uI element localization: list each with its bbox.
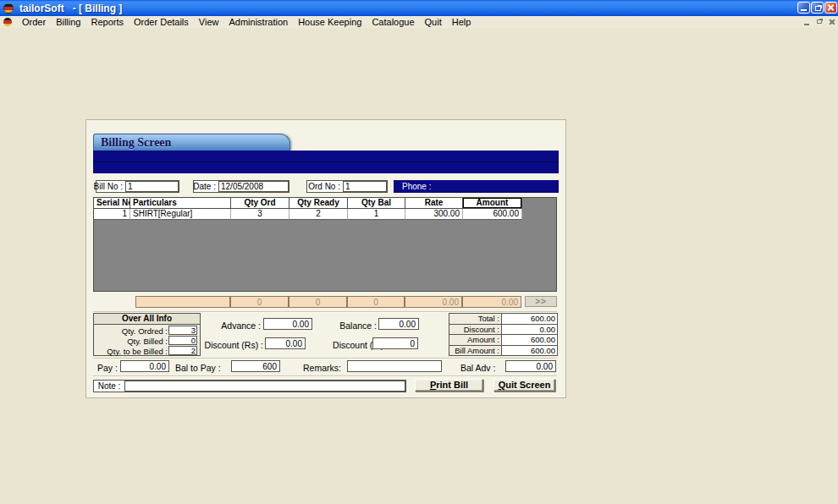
items-grid: Serial No Particulars Qty Ord Qty Ready …: [93, 197, 557, 292]
mdi-window-controls: [802, 16, 838, 28]
menu-view[interactable]: View: [194, 16, 224, 28]
discount-rs-field[interactable]: 0.00: [265, 337, 306, 349]
bill-amount-label: Bill Amount :: [449, 346, 502, 356]
print-bill-button[interactable]: Print Bill: [415, 379, 483, 392]
entry-rate-input[interactable]: 0.00: [405, 296, 462, 308]
grid-row[interactable]: 1 SHIRT[Regular] 3 2 1 300.00 600.00: [94, 209, 556, 220]
ord-no-group: Ord No : 1: [306, 180, 388, 193]
mdi-minimize-icon: [804, 24, 809, 25]
summary-row-amount: Amount : 600.00: [449, 335, 557, 346]
menubar: Order Billing Reports Order Details View…: [0, 16, 838, 28]
restore-icon: [815, 6, 821, 11]
grid-header-rate: Rate: [405, 198, 463, 209]
grid-cell-serial-no: 1: [94, 209, 130, 220]
grid-header-qty-bal: Qty Bal: [348, 198, 405, 209]
menu-billing[interactable]: Billing: [51, 16, 85, 28]
discount-value: 0.00: [502, 325, 557, 335]
overall-info-title: Over All Info: [94, 314, 200, 325]
mdi-restore-button[interactable]: [814, 17, 824, 27]
discount-pct-field[interactable]: 0: [372, 337, 418, 349]
mdi-minimize-button[interactable]: [802, 17, 813, 27]
close-button[interactable]: [824, 2, 837, 14]
application-window: tailorSoft - [ Billing ] Order Billing R…: [0, 0, 838, 504]
bill-no-field[interactable]: 1: [125, 181, 179, 192]
divider: [93, 358, 557, 359]
header-navy-band: [93, 151, 559, 173]
grid-cell-rate: 300.00: [405, 209, 463, 220]
grid-header-qty-ord: Qty Ord: [231, 198, 289, 209]
menu-catalogue[interactable]: Catalogue: [367, 16, 419, 28]
balance-label: Balance :: [326, 320, 377, 331]
total-value: 600.00: [502, 314, 557, 324]
entry-particulars-input[interactable]: [135, 296, 230, 308]
total-label: Total :: [449, 314, 502, 324]
minimize-icon: [801, 9, 807, 11]
remarks-label: Remarks:: [303, 363, 341, 373]
bill-summary-panel: Total : 600.00 Discount : 0.00 Amount : …: [449, 313, 558, 356]
add-row-button[interactable]: >>: [525, 296, 557, 307]
qty-billed-value: 0: [168, 336, 197, 345]
grid-cell-qty-bal: 1: [348, 209, 405, 220]
grid-header-particulars: Particulars: [130, 198, 231, 209]
bal-to-pay-label: Bal to Pay :: [175, 363, 221, 373]
entry-qty-bal-input[interactable]: 0: [347, 296, 405, 308]
divider: [93, 375, 557, 377]
window-title-app: tailorSoft: [19, 3, 64, 14]
qty-to-be-billed-value: 2: [168, 346, 197, 355]
bal-adv-label: Bal Adv :: [460, 363, 495, 373]
summary-row-bill-amount: Bill Amount : 600.00: [449, 346, 557, 356]
mdi-restore-icon: [817, 19, 822, 24]
date-group: Date : 12/05/2008: [193, 180, 289, 193]
summary-row-total: Total : 600.00: [449, 314, 557, 325]
menu-administration[interactable]: Administration: [223, 16, 293, 28]
qty-ordered-label: Qty. Ordred :: [95, 326, 168, 336]
screen-title-tab: Billing Screen: [93, 134, 290, 151]
minimize-button[interactable]: [797, 2, 810, 14]
amount-value: 600.00: [502, 335, 557, 345]
note-label: Note :: [94, 381, 124, 392]
menu-order-details[interactable]: Order Details: [129, 16, 194, 28]
mdi-child-icon[interactable]: [3, 18, 12, 26]
menu-quit[interactable]: Quit: [420, 16, 447, 28]
restore-button[interactable]: [811, 2, 824, 14]
note-field[interactable]: [124, 381, 405, 392]
advance-field[interactable]: 0.00: [263, 318, 312, 330]
bill-no-group: Bill No : 1: [96, 180, 179, 193]
amount-label: Amount :: [449, 335, 502, 345]
grid-cell-qty-ready: 2: [289, 209, 348, 220]
advance-label: Advance :: [205, 320, 261, 331]
menu-reports[interactable]: Reports: [85, 16, 129, 28]
app-icon: [3, 3, 14, 14]
menu-house-keeping[interactable]: House Keeping: [293, 16, 367, 28]
pay-field[interactable]: 0.00: [120, 360, 169, 372]
entry-qty-ord-input[interactable]: 0: [230, 296, 289, 308]
grid-cell-amount: 600.00: [463, 209, 522, 220]
entry-amount-input[interactable]: 0.00: [462, 296, 521, 308]
bal-to-pay-field: 600: [231, 360, 280, 372]
qty-billed-label: Qty. Billed :: [95, 337, 168, 346]
overall-info-panel: Over All Info Qty. Ordred : 3 Qty. Bille…: [93, 313, 201, 356]
billing-form-panel: Billing Screen Bill No : 1 Date : 12/05/…: [85, 119, 566, 398]
menu-order[interactable]: Order: [17, 16, 51, 28]
window-title-document: - [ Billing ]: [73, 3, 123, 14]
date-field[interactable]: 12/05/2008: [218, 181, 289, 192]
ord-no-field[interactable]: 1: [343, 181, 387, 192]
discount-label: Discount :: [449, 325, 502, 335]
ord-no-label: Ord No :: [307, 181, 343, 192]
note-group: Note :: [93, 380, 406, 392]
menu-help[interactable]: Help: [447, 16, 477, 28]
entry-qty-ready-input[interactable]: 0: [289, 296, 347, 308]
mdi-close-button[interactable]: [827, 17, 837, 27]
qty-ordered-value: 3: [168, 326, 197, 335]
remarks-field[interactable]: [347, 360, 442, 372]
bal-adv-field: 0.00: [505, 360, 556, 372]
balance-field: 0.00: [378, 318, 419, 330]
quit-screen-button[interactable]: Quit Screen: [493, 379, 555, 392]
phone-bar: Phone :: [394, 180, 559, 193]
phone-label: Phone :: [402, 182, 431, 191]
grid-header-row: Serial No Particulars Qty Ord Qty Ready …: [94, 198, 556, 209]
grid-cell-qty-ord: 3: [231, 209, 289, 220]
grid-cell-particulars: SHIRT[Regular]: [130, 209, 231, 220]
grid-header-amount: Amount: [463, 198, 522, 209]
discount-rs-label: Discount (Rs) :: [196, 340, 263, 350]
